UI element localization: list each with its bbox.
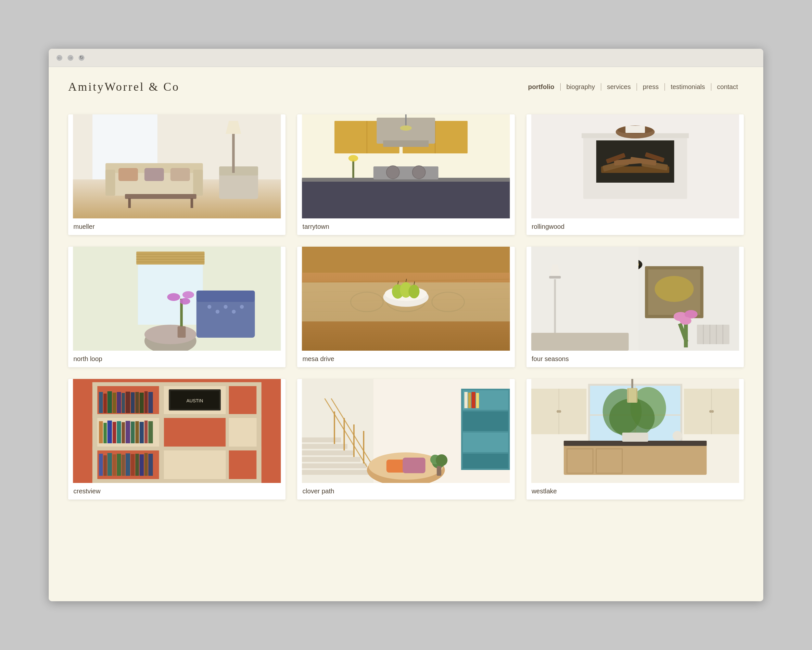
portfolio-item-four-seasons[interactable]: four seasons (527, 247, 744, 367)
portfolio-label-mueller: mueller (68, 219, 285, 235)
svg-rect-217 (622, 433, 648, 442)
portfolio-item-mueller[interactable]: mueller (68, 115, 285, 235)
nav-testimonials[interactable]: testimonials (665, 83, 711, 91)
svg-rect-191 (476, 393, 479, 408)
portfolio-label-tarrytown: tarrytown (297, 219, 514, 235)
svg-rect-158 (104, 455, 107, 476)
portfolio-item-rollingwood[interactable]: rollingwood (527, 115, 744, 235)
svg-rect-174 (302, 450, 354, 455)
svg-rect-15 (191, 198, 193, 208)
svg-rect-105 (531, 333, 629, 351)
svg-point-226 (711, 410, 714, 413)
svg-rect-139 (140, 393, 144, 413)
svg-point-60 (224, 305, 228, 309)
svg-point-59 (216, 310, 220, 314)
svg-rect-106 (697, 325, 729, 344)
svg-rect-8 (119, 168, 138, 181)
portfolio-grid: mueller (68, 115, 744, 500)
crestview-image: AUSTIN (68, 379, 285, 483)
svg-rect-147 (107, 421, 112, 443)
browser-toolbar: ← → ↻ (49, 49, 763, 67)
svg-rect-187 (463, 454, 508, 468)
svg-point-61 (232, 310, 236, 314)
portfolio-item-westlake[interactable]: westlake (527, 379, 744, 500)
svg-rect-190 (472, 392, 476, 408)
nav-biography[interactable]: biography (561, 83, 601, 91)
svg-rect-114 (159, 382, 164, 483)
svg-rect-138 (136, 392, 139, 413)
svg-rect-119 (93, 447, 261, 450)
svg-rect-133 (113, 393, 116, 413)
svg-rect-69 (178, 326, 186, 338)
svg-rect-153 (136, 421, 139, 443)
svg-rect-212 (563, 442, 707, 475)
portfolio-label-north-loop: north loop (68, 351, 285, 367)
svg-rect-24 (383, 141, 429, 147)
svg-rect-161 (117, 454, 121, 476)
nav-services[interactable]: services (601, 83, 637, 91)
svg-rect-120 (93, 479, 261, 483)
site-nav: portfolio biography services press testi… (522, 83, 744, 91)
svg-rect-195 (403, 457, 426, 473)
svg-point-95 (655, 276, 693, 302)
svg-point-218 (672, 431, 682, 441)
svg-rect-167 (145, 453, 148, 476)
nav-press[interactable]: press (637, 83, 665, 91)
svg-rect-163 (126, 453, 130, 476)
north-loop-image (68, 247, 285, 351)
svg-rect-129 (229, 450, 256, 479)
portfolio-item-tarrytown[interactable]: tarrytown (297, 115, 514, 235)
svg-rect-208 (631, 379, 633, 389)
rollingwood-image (527, 115, 744, 219)
svg-rect-152 (131, 422, 135, 443)
svg-rect-125 (164, 418, 226, 447)
nav-portfolio[interactable]: portfolio (522, 83, 561, 91)
svg-rect-157 (99, 454, 103, 476)
portfolio-label-rollingwood: rollingwood (527, 219, 744, 235)
svg-rect-56 (197, 299, 255, 338)
svg-rect-10 (171, 168, 190, 181)
svg-rect-14 (128, 198, 131, 208)
site-header: AmityWorrel & Co portfolio biography ser… (68, 80, 744, 99)
svg-rect-160 (113, 454, 116, 476)
portfolio-label-crestview: crestview (68, 483, 285, 500)
svg-point-224 (558, 410, 561, 413)
svg-rect-199 (437, 466, 441, 476)
svg-rect-209 (627, 388, 637, 403)
svg-rect-140 (145, 391, 148, 413)
refresh-button[interactable]: ↻ (79, 55, 84, 61)
svg-point-84 (409, 285, 420, 298)
svg-rect-171 (302, 470, 374, 475)
four-seasons-image (527, 247, 744, 351)
portfolio-item-clover-path[interactable]: clover path (297, 379, 514, 500)
svg-rect-175 (302, 444, 348, 449)
svg-rect-134 (117, 392, 121, 413)
svg-rect-7 (193, 170, 203, 196)
tarrytown-image (297, 115, 514, 219)
svg-rect-126 (229, 418, 256, 447)
svg-point-101 (679, 317, 691, 325)
svg-point-58 (208, 305, 211, 309)
portfolio-item-crestview[interactable]: AUSTIN (68, 379, 285, 500)
svg-rect-164 (131, 454, 135, 476)
svg-rect-128 (164, 450, 226, 479)
forward-button[interactable]: → (67, 55, 73, 61)
svg-rect-131 (104, 393, 107, 413)
svg-rect-102 (554, 279, 556, 338)
nav-contact[interactable]: contact (711, 83, 744, 91)
svg-rect-27 (374, 167, 438, 179)
svg-rect-159 (107, 453, 112, 476)
portfolio-item-north-loop[interactable]: north loop (68, 247, 285, 367)
svg-rect-150 (122, 422, 125, 443)
svg-point-207 (609, 398, 655, 437)
svg-rect-148 (113, 422, 116, 443)
back-button[interactable]: ← (56, 55, 63, 61)
svg-rect-136 (126, 392, 130, 413)
portfolio-item-mesa-drive[interactable]: mesa drive (297, 247, 514, 367)
svg-rect-30 (353, 160, 354, 178)
browser-window: ← → ↻ AmityWorrel & Co portfolio biograp… (49, 49, 763, 601)
mueller-image (68, 115, 285, 219)
svg-rect-9 (145, 168, 164, 181)
svg-point-33 (400, 125, 412, 131)
svg-rect-57 (197, 291, 255, 302)
